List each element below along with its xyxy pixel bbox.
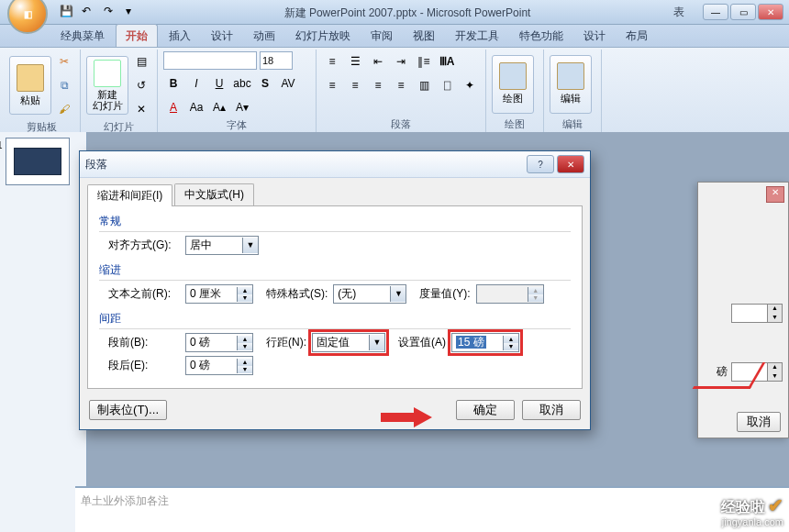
- indent-inc-button[interactable]: ⇥: [391, 51, 411, 72]
- strikethrough-button[interactable]: abc: [232, 73, 252, 94]
- dialog-close-button[interactable]: ✕: [557, 155, 584, 173]
- new-slide-label: 新建 幻灯片: [93, 89, 123, 111]
- section-indent: 缩进 文本之前(R): 0 厘米▲▼ 特殊格式(S): (无)▼ 度量值(Y):…: [99, 262, 571, 304]
- save-icon[interactable]: 💾: [59, 4, 75, 20]
- font-color-button[interactable]: A: [163, 97, 183, 117]
- tab-layout[interactable]: 布局: [617, 25, 657, 47]
- justify-button[interactable]: ≡: [391, 75, 411, 95]
- ok-button[interactable]: 确定: [456, 400, 515, 420]
- line-spacing-combo[interactable]: 固定值▼: [312, 333, 385, 352]
- new-slide-icon: [94, 60, 121, 87]
- background-dialog-fragment: ✕ ▲▼ 磅▲▼ 取消: [697, 182, 789, 438]
- indent-before-label: 文本之前(R):: [108, 286, 180, 302]
- align-left-button[interactable]: ≡: [322, 75, 342, 95]
- grow-font-button[interactable]: A▴: [209, 97, 229, 117]
- setvalue-spinner[interactable]: 15 磅▲▼: [451, 333, 519, 352]
- dialog-tab-asian[interactable]: 中文版式(H): [174, 183, 254, 205]
- dialog-tab-indent[interactable]: 缩进和间距(I): [87, 184, 172, 206]
- tab-special[interactable]: 特色功能: [510, 25, 572, 47]
- line-spacing-button[interactable]: ‖≡: [414, 51, 434, 72]
- editing-button[interactable]: 编辑: [550, 55, 592, 114]
- underline-button[interactable]: U: [209, 73, 229, 94]
- undo-icon[interactable]: ↶: [81, 4, 97, 20]
- tab-home[interactable]: 开始: [116, 24, 158, 47]
- dialog-body: 常规 对齐方式(G): 居中▼ 缩进 文本之前(R): 0 厘米▲▼ 特殊格式(…: [87, 205, 583, 389]
- align-right-button[interactable]: ≡: [368, 75, 388, 95]
- spacing-after-spinner[interactable]: 0 磅▲▼: [185, 356, 253, 375]
- tab-slideshow[interactable]: 幻灯片放映: [286, 25, 360, 47]
- notes-pane[interactable]: 单土业外添加各注: [75, 486, 789, 532]
- find-icon: [557, 62, 584, 90]
- spacing-before-spinner[interactable]: 0 磅▲▼: [185, 333, 253, 352]
- special-combo[interactable]: (无)▼: [333, 284, 406, 304]
- group-font: B I U abc S AV A Aa A▴ A▾ 字体: [158, 50, 317, 134]
- paste-button[interactable]: 粘贴: [9, 56, 51, 115]
- bullets-button[interactable]: ≡: [322, 51, 342, 72]
- watermark: 经验啦 ✔ jingyanla.com: [721, 494, 783, 528]
- app-window: ◧ 💾 ↶ ↷ ▾ 新建 PowerPoint 2007.pptx - Micr…: [0, 0, 789, 532]
- bold-button[interactable]: B: [163, 73, 183, 94]
- format-painter-icon[interactable]: 🖌: [54, 99, 74, 119]
- special-label: 特殊格式(S):: [266, 286, 328, 302]
- minimize-button[interactable]: —: [703, 4, 728, 20]
- close-button[interactable]: ✕: [758, 4, 783, 20]
- cancel-button[interactable]: 取消: [522, 400, 581, 420]
- cut-icon[interactable]: ✂: [54, 51, 74, 72]
- reset-icon[interactable]: ↺: [131, 75, 151, 95]
- smartart-button[interactable]: ✦: [460, 75, 480, 95]
- dialog-help-button[interactable]: ?: [527, 155, 554, 173]
- slide-panel[interactable]: 1: [0, 132, 87, 532]
- tab-insert[interactable]: 插入: [160, 25, 200, 47]
- section-general: 常规 对齐方式(G): 居中▼: [99, 214, 571, 255]
- font-name-combo[interactable]: [163, 51, 257, 70]
- side-close-button[interactable]: ✕: [766, 186, 784, 203]
- align-text-button[interactable]: ⎕: [437, 75, 457, 95]
- align-label: 对齐方式(G):: [108, 238, 180, 253]
- svg-marker-0: [381, 407, 432, 427]
- align-combo[interactable]: 居中▼: [185, 236, 259, 255]
- spacing-after-label: 段后(E):: [108, 358, 180, 373]
- text-direction-button[interactable]: ⅢA: [437, 51, 457, 72]
- tab-view[interactable]: 视图: [404, 25, 444, 47]
- font-size-combo[interactable]: [260, 51, 293, 70]
- redo-icon[interactable]: ↷: [103, 4, 119, 20]
- annotation-arrow: [381, 407, 432, 427]
- copy-icon[interactable]: ⧉: [54, 75, 74, 95]
- section-spacing: 间距 段前(B): 0 磅▲▼ 行距(N): 固定值▼ 设置值(A) 15 磅▲…: [99, 311, 571, 375]
- dialog-tabs: 缩进和间距(I) 中文版式(H): [80, 178, 590, 205]
- new-slide-button[interactable]: 新建 幻灯片: [86, 56, 128, 115]
- tab-review[interactable]: 审阅: [361, 25, 402, 47]
- drawing-button[interactable]: 绘图: [492, 55, 534, 114]
- layout-icon[interactable]: ▤: [131, 51, 151, 72]
- group-clipboard: 粘贴 ✂ ⧉ 🖌 剪贴板: [4, 50, 81, 134]
- maximize-button[interactable]: ▭: [730, 4, 756, 20]
- columns-button[interactable]: ▥: [414, 75, 434, 95]
- paragraph-dialog: 段落 ? ✕ 缩进和间距(I) 中文版式(H) 常规 对齐方式(G): 居中▼ …: [79, 150, 591, 430]
- indent-before-spinner[interactable]: 0 厘米▲▼: [185, 284, 253, 304]
- paste-label: 粘贴: [20, 94, 40, 107]
- numbering-button[interactable]: ☰: [345, 51, 365, 72]
- tab-design2[interactable]: 设计: [574, 25, 615, 47]
- tab-developer[interactable]: 开发工具: [446, 25, 508, 47]
- tab-design[interactable]: 设计: [202, 25, 242, 47]
- indent-title: 缩进: [99, 262, 571, 281]
- qat-dropdown-icon[interactable]: ▾: [125, 4, 141, 20]
- align-center-button[interactable]: ≡: [345, 75, 365, 95]
- dialog-titlebar[interactable]: 段落 ? ✕: [80, 151, 590, 178]
- italic-button[interactable]: I: [186, 73, 206, 94]
- tabstops-button[interactable]: 制表位(T)...: [89, 400, 167, 420]
- tab-classic[interactable]: 经典菜单: [51, 25, 114, 47]
- ribbon: 粘贴 ✂ ⧉ 🖌 剪贴板 新建 幻灯片 ▤ ↺ ✕: [0, 48, 789, 135]
- window-controls: — ▭ ✕: [703, 4, 783, 20]
- indent-dec-button[interactable]: ⇤: [368, 51, 388, 72]
- line-spacing-label: 行距(N):: [266, 335, 306, 350]
- change-case-button[interactable]: Aa: [186, 97, 206, 117]
- side-spinner-1[interactable]: ▲▼: [731, 304, 783, 323]
- shrink-font-button[interactable]: A▾: [232, 97, 252, 117]
- shadow-button[interactable]: S: [255, 73, 275, 94]
- delete-icon[interactable]: ✕: [131, 99, 151, 119]
- side-cancel-button[interactable]: 取消: [737, 412, 781, 432]
- tab-animations[interactable]: 动画: [244, 25, 284, 47]
- char-spacing-button[interactable]: AV: [278, 73, 298, 94]
- slide-thumbnail[interactable]: 1: [6, 138, 70, 185]
